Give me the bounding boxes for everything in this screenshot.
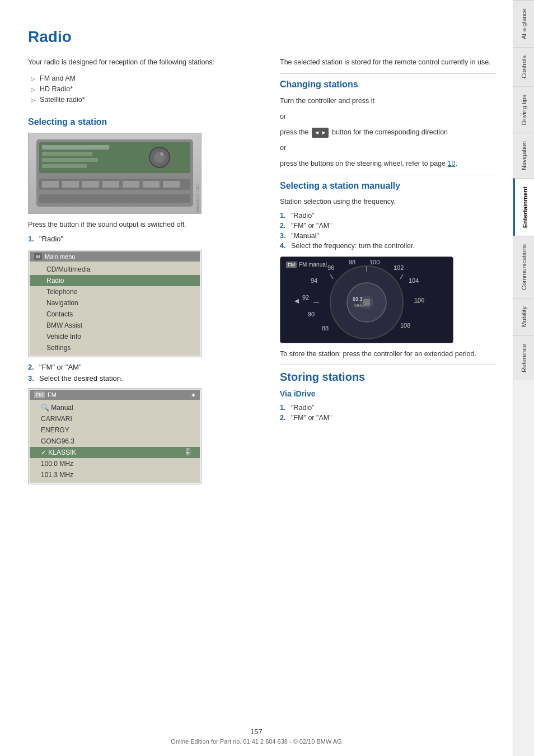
manual-step-3: 3. "Manual" [280, 232, 496, 240]
step2-item: 2. "FM" or "AM" [28, 363, 263, 371]
fm-manual-icon: FM [286, 262, 297, 268]
selecting-manually-heading: Selecting a station manually [280, 181, 496, 191]
fm-manual-image: FM FM manual 88 [280, 256, 453, 343]
svg-text:92: 92 [302, 294, 309, 301]
manual-step-1: 1. "Radio" [280, 212, 496, 220]
svg-text:◄: ◄ [293, 296, 301, 305]
sidebar-item-communications[interactable]: Communications [513, 236, 535, 298]
svg-text:96: 96 [327, 264, 334, 271]
svg-text:104: 104 [409, 277, 419, 284]
sidebar: At a glance Controls Driving tips Naviga… [513, 0, 534, 756]
svg-rect-16 [163, 181, 180, 188]
svg-rect-12 [82, 181, 99, 188]
menu-item: Settings [30, 342, 200, 353]
sidebar-item-reference[interactable]: Reference [513, 335, 535, 380]
list-item: ▷ FM and AM [31, 74, 263, 82]
storing-steps-list: 1. "Radio" 2. "FM" or "AM" [280, 404, 496, 422]
columns-layout: Your radio is designed for reception of … [28, 57, 496, 490]
svg-point-7 [154, 152, 165, 163]
manual-steps-list: 1. "Radio" 2. "FM" or "AM" 3. "Manual" 4… [280, 212, 496, 250]
footer-text: Online Edition for Part no. 01 41 2 604 … [171, 738, 341, 745]
svg-text:100: 100 [369, 259, 380, 265]
sidebar-item-mobility[interactable]: Mobility [513, 298, 535, 335]
fm-item: ENERGY [30, 424, 200, 436]
fm-dial-svg: 88 90 92 94 96 98 100 102 [283, 258, 451, 342]
svg-text:88: 88 [322, 325, 329, 332]
svg-point-8 [160, 152, 163, 156]
change-line1: Turn the controller and press it [280, 95, 496, 106]
manual-step-4: 4. Select the frequency: turn the contro… [280, 242, 496, 250]
left-column: Your radio is designed for reception of … [28, 57, 263, 490]
svg-rect-22 [363, 299, 370, 306]
fm-manual-title: FM FM manual [286, 262, 327, 268]
menu-item: Vehicle Info [30, 331, 200, 342]
svg-text:98: 98 [349, 259, 355, 265]
menu-item: CD/Multimedia [30, 264, 200, 275]
selecting-station-heading: Selecting a station [28, 117, 263, 127]
svg-rect-4 [42, 158, 98, 162]
svg-text:102: 102 [394, 264, 404, 271]
arrow-icon: ▷ [31, 76, 35, 82]
list-item: ▷ Satellite radio* [31, 96, 263, 104]
menu-item: BMW Assist [30, 320, 200, 331]
menu-icon: ⊞ [34, 253, 42, 260]
press-button-text: Press the button if the sound output is … [28, 220, 263, 230]
storing-step-1: 1. "Radio" [280, 404, 496, 412]
svg-rect-11 [62, 181, 79, 188]
change-line3: press the buttons on the steering wheel,… [280, 158, 496, 169]
watermark-text: OBC-Char-MAN [196, 184, 200, 212]
sidebar-item-entertainment[interactable]: Entertainment [513, 178, 535, 236]
fm-items-container: 🔍 Manual CARIVARI ENERGY GONG96.3 ✓ KLA [30, 400, 200, 483]
page-number: 157 [171, 727, 341, 736]
fm-item: 🔍 Manual [30, 402, 200, 413]
svg-rect-3 [42, 152, 92, 156]
menu-items-container: CD/Multimedia Radio Telephone Navigation… [30, 262, 200, 356]
direction-button: ◄ ► [312, 128, 329, 138]
menu-title-bar: ⊞ Main menu [30, 251, 200, 262]
fm-icon: FM [34, 391, 45, 398]
svg-text:93.3: 93.3 [353, 296, 363, 302]
svg-rect-2 [42, 145, 109, 150]
fm-list-image: FM FM ◈ 🔍 Manual CARIVARI ENERGY [28, 388, 202, 484]
divider3 [280, 365, 496, 365]
menu-item: Navigation [30, 297, 200, 309]
divider [280, 73, 496, 74]
sidebar-item-at-a-glance[interactable]: At a glance [513, 0, 535, 47]
manual-step-2: 2. "FM" or "AM" [280, 222, 496, 230]
list-item: ▷ HD Radio* [31, 85, 263, 93]
svg-rect-13 [102, 181, 119, 188]
svg-text:MHz: MHz [354, 303, 363, 308]
fm-item: 100.0 MHz [30, 458, 200, 469]
svg-text:94: 94 [311, 277, 317, 284]
changing-stations-heading: Changing stations [280, 80, 496, 90]
fm-item: CARIVARI [30, 413, 200, 424]
menu-item-highlighted: Radio [30, 275, 200, 286]
svg-text:90: 90 [308, 311, 315, 318]
svg-rect-14 [123, 181, 139, 188]
storing-step-2: 2. "FM" or "AM" [280, 414, 496, 422]
svg-rect-17 [39, 194, 190, 203]
step3-item: 3. Select the desired station. [28, 374, 263, 382]
sidebar-item-controls[interactable]: Controls [513, 47, 535, 86]
stored-station-text: The selected station is stored for the r… [280, 57, 496, 68]
svg-rect-5 [42, 164, 87, 168]
page-wrapper: Radio Your radio is designed for recepti… [0, 0, 534, 756]
fm-item-highlighted: ✓ KLASSIK 🗄 [30, 447, 200, 458]
sidebar-item-navigation[interactable]: Navigation [513, 133, 535, 178]
divider2 [280, 175, 496, 175]
intro-text: Your radio is designed for reception of … [28, 57, 263, 68]
arrow-icon: ▷ [31, 97, 35, 103]
change-line2: press the ◄ ► button for the correspondi… [280, 127, 496, 138]
via-idrive-heading: Via iDrive [280, 389, 496, 398]
radio-svg [31, 134, 199, 212]
fm-item: 101.3 MHz [30, 469, 200, 480]
main-content: Radio Your radio is designed for recepti… [0, 0, 513, 756]
bullet-list: ▷ FM and AM ▷ HD Radio* ▷ Satellite radi… [28, 74, 263, 104]
step1-item: 1. "Radio" [28, 235, 263, 243]
page-reference[interactable]: 10 [448, 160, 456, 167]
change-or1: or [280, 111, 496, 122]
radio-device-image: OBC-Char-MAN [28, 133, 202, 214]
menu-item: Telephone [30, 286, 200, 297]
svg-rect-15 [143, 181, 160, 188]
sidebar-item-driving-tips[interactable]: Driving tips [513, 86, 535, 133]
